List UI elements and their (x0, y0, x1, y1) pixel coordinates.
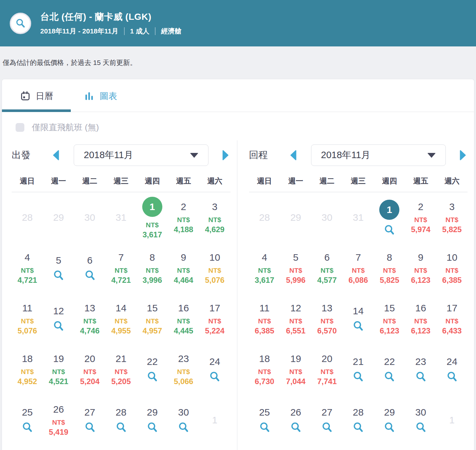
day-cell[interactable]: 21 (343, 344, 374, 395)
day-cell[interactable]: 10NT$5,076 (199, 243, 230, 294)
day-cell[interactable]: 13NT$4,746 (74, 294, 105, 344)
search-day-icon (147, 371, 158, 382)
day-cell[interactable]: 8NT$3,996 (137, 243, 168, 294)
day-cell[interactable]: 23NT$5,066 (168, 344, 199, 395)
day-cell[interactable]: 18NT$6,730 (249, 344, 280, 395)
tab-chart[interactable]: 圖表 (84, 90, 117, 102)
day-number: 12 (290, 303, 301, 313)
day-cell[interactable]: 18NT$4,952 (12, 344, 43, 395)
direct-flights-filter[interactable]: 僅限直飛航班 (無) (16, 122, 474, 133)
day-cell[interactable]: 29 (374, 395, 405, 445)
day-number: 18 (22, 354, 32, 364)
return-label: 回程 (249, 149, 275, 162)
day-cell[interactable]: 4NT$4,721 (12, 243, 43, 294)
day-cell[interactable]: 10NT$6,385 (436, 243, 468, 294)
day-cell[interactable]: 3NT$4,629 (199, 192, 230, 243)
day-cell[interactable]: 12NT$6,551 (280, 294, 311, 344)
day-number: 29 (290, 213, 301, 222)
price-amount: 5,419 (49, 428, 68, 436)
day-number: 24 (209, 357, 220, 367)
day-cell[interactable]: 24 (436, 344, 468, 395)
day-number: 15 (147, 303, 157, 313)
cabin-class: 經濟艙 (161, 27, 182, 36)
day-cell[interactable]: 16NT$6,123 (405, 294, 436, 344)
tab-calendar[interactable]: 日曆 (20, 90, 53, 102)
day-cell[interactable]: 5 (43, 243, 74, 294)
day-cell[interactable]: 27 (74, 395, 105, 445)
prev-month-button[interactable] (52, 150, 59, 161)
weekday-header: 週二 (311, 176, 343, 186)
day-cell[interactable]: 14NT$4,955 (106, 294, 137, 344)
day-cell[interactable]: 1 (374, 192, 405, 243)
direct-flights-checkbox[interactable] (16, 123, 24, 132)
departure-month-select[interactable]: 2018年11月 (74, 144, 208, 166)
day-cell[interactable]: 4NT$3,617 (249, 243, 280, 294)
price-amount: 6,570 (317, 327, 337, 335)
day-cell[interactable]: 11NT$6,385 (249, 294, 280, 344)
price-label: NT$6,123 (411, 318, 431, 335)
day-cell[interactable]: 7NT$4,721 (106, 243, 137, 294)
day-cell[interactable]: 15NT$6,123 (374, 294, 405, 344)
day-cell[interactable]: 28 (106, 395, 137, 445)
day-cell[interactable]: 7NT$6,086 (343, 243, 374, 294)
search-badge[interactable] (10, 13, 31, 34)
day-cell[interactable]: 22 (374, 344, 405, 395)
day-cell[interactable]: 30 (168, 395, 199, 445)
day-cell[interactable]: 17NT$5,224 (199, 294, 230, 344)
bar-chart-icon (84, 91, 94, 101)
currency-label: NT$ (146, 318, 159, 324)
day-cell[interactable]: 8NT$5,825 (374, 243, 405, 294)
price-amount: 5,076 (18, 327, 37, 335)
day-cell[interactable]: 2NT$5,974 (405, 192, 436, 243)
chevron-down-icon (190, 153, 198, 158)
day-cell[interactable]: 25 (249, 395, 280, 445)
price-label: NT$3,617 (255, 267, 274, 284)
price-amount: 5,996 (286, 276, 306, 284)
day-cell[interactable]: 28 (343, 395, 374, 445)
day-cell[interactable]: 1NT$3,617 (137, 192, 168, 243)
day-cell[interactable]: 12 (43, 294, 74, 344)
day-cell[interactable]: 17NT$6,433 (436, 294, 468, 344)
day-cell[interactable]: 2NT$4,188 (168, 192, 199, 243)
day-cell[interactable]: 30 (405, 395, 436, 445)
price-amount: 6,730 (255, 378, 274, 385)
day-cell[interactable]: 19NT$4,521 (43, 344, 74, 395)
search-icon (15, 18, 26, 29)
day-cell[interactable]: 6 (74, 243, 105, 294)
day-cell[interactable]: 25 (12, 395, 43, 445)
day-cell[interactable]: 16NT$4,445 (168, 294, 199, 344)
day-number: 1 (449, 415, 455, 425)
day-cell[interactable]: 22 (137, 344, 168, 395)
day-cell[interactable]: 26 (280, 395, 311, 445)
day-cell[interactable]: 5NT$5,996 (280, 243, 311, 294)
day-cell[interactable]: 26NT$5,419 (43, 395, 74, 445)
selected-day-circle: 1 (142, 197, 162, 217)
day-cell[interactable]: 9NT$6,123 (405, 243, 436, 294)
day-cell[interactable]: 13NT$6,570 (311, 294, 343, 344)
weekday-header: 週四 (137, 176, 168, 186)
price-amount: 5,825 (380, 276, 399, 284)
day-cell[interactable]: 24 (199, 344, 230, 395)
day-cell[interactable]: 14 (343, 294, 374, 344)
day-cell[interactable]: 6NT$4,577 (311, 243, 343, 294)
day-cell[interactable]: 20NT$5,204 (74, 344, 105, 395)
day-cell[interactable]: 23 (405, 344, 436, 395)
return-month-select[interactable]: 2018年11月 (311, 144, 446, 166)
price-label: NT$6,123 (380, 318, 399, 335)
day-cell[interactable]: 15NT$4,957 (137, 294, 168, 344)
next-month-button[interactable] (459, 150, 467, 161)
prev-month-button[interactable] (290, 150, 297, 161)
price-label: NT$4,464 (174, 267, 193, 284)
day-cell[interactable]: 3NT$5,825 (436, 192, 468, 243)
day-cell[interactable]: 20NT$7,741 (311, 344, 343, 395)
next-month-button[interactable] (222, 150, 229, 161)
day-cell[interactable]: 21NT$5,205 (106, 344, 137, 395)
day-cell[interactable]: 11NT$5,076 (12, 294, 43, 344)
day-cell[interactable]: 27 (311, 395, 343, 445)
day-cell[interactable]: 29 (137, 395, 168, 445)
day-cell[interactable]: 19NT$7,044 (280, 344, 311, 395)
price-label: NT$6,433 (442, 318, 462, 335)
price-label: NT$7,741 (317, 368, 337, 385)
day-cell[interactable]: 9NT$4,464 (168, 243, 199, 294)
price-label: NT$3,617 (143, 221, 162, 239)
